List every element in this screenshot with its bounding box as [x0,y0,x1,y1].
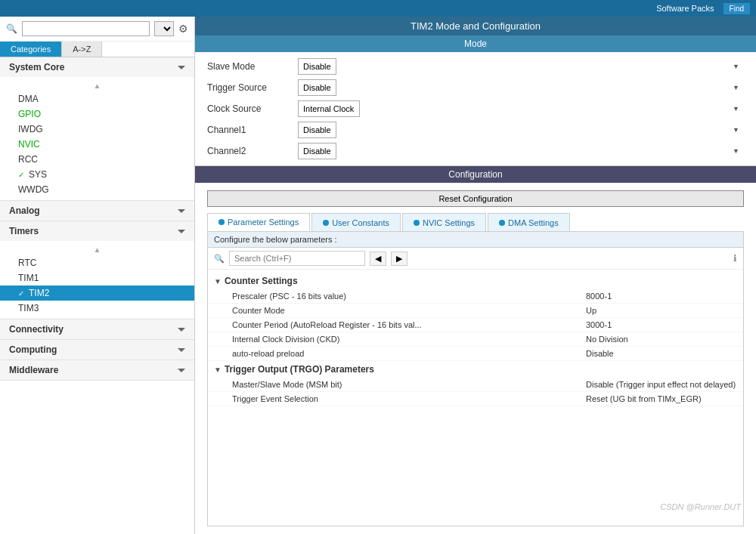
sidebar-item-iwdg[interactable]: IWDG [0,122,194,137]
content-area: TIM2 Mode and Configuration Mode Slave M… [195,17,756,534]
tab-nvic-settings[interactable]: NVIC Settings [402,213,486,231]
tab-dot-nvic [414,220,420,226]
param-row-prescaler: Prescaler (PSC - 16 bits value) 8000-1 [208,289,743,304]
sidebar-item-tim1[interactable]: TIM1 [0,270,194,286]
sidebar-item-gpio[interactable]: GPIO [0,106,194,122]
section-title-timers: Timers [9,226,39,236]
section-analog: Analog [0,201,194,221]
channel2-select-wrapper: Disable [298,143,744,159]
param-row-autoreload: auto-reload preload Disable [208,347,743,361]
param-group-trigger-output[interactable]: ▼ Trigger Output (TRGO) Parameters [208,361,743,378]
find-button[interactable]: Find [723,3,750,14]
clock-source-select-wrapper: Internal Clock [298,100,744,117]
tab-dot-user-constants [323,220,329,226]
tab-atoz[interactable]: A->Z [62,42,102,57]
tab-parameter-settings[interactable]: Parameter Settings [207,213,310,231]
param-group-title-counter: Counter Settings [225,276,298,286]
param-value-autoreload: Disable [586,349,737,358]
param-name-msm-bit: Master/Slave Mode (MSM bit) [232,380,586,389]
param-row-ckd: Internal Clock Division (CKD) No Divisio… [208,332,743,347]
section-title-system-core: System Core [9,62,64,73]
tab-label-user-constants: User Constants [332,218,389,227]
mode-row-trigger-source: Trigger Source Disable [207,79,744,96]
mode-row-channel1: Channel1 Disable [207,122,744,138]
param-value-prescaler: 8000-1 [586,292,737,301]
param-name-prescaler: Prescaler (PSC - 16 bits value) [232,292,586,301]
params-content: ▼ Counter Settings Prescaler (PSC - 16 b… [208,270,743,526]
sidebar-search-select[interactable] [154,21,174,36]
sidebar-item-sys[interactable]: SYS [0,167,194,182]
scroll-up-system-core: ▲ [0,80,194,91]
sidebar-item-rcc[interactable]: RCC [0,152,194,167]
mode-row-clock-source: Clock Source Internal Clock [207,100,744,117]
param-value-msm-bit: Disable (Trigger input effect not delaye… [586,380,737,389]
params-prev-button[interactable]: ◀ [370,252,386,266]
section-header-analog[interactable]: Analog [0,201,194,221]
param-name-counter-period: Counter Period (AutoReload Register - 16… [232,320,586,329]
section-timers: Timers ▲ RTC TIM1 TIM2 TIM3 [0,221,194,319]
software-packs-label: Software Packs [656,4,714,13]
channel1-select-wrapper: Disable [298,122,744,138]
clock-source-label: Clock Source [207,103,298,114]
params-search-icon: 🔍 [214,254,225,264]
sidebar-item-dma[interactable]: DMA [0,91,194,106]
section-connectivity: Connectivity [0,319,194,340]
param-value-trigger-event: Reset (UG bit from TIMx_EGR) [586,394,737,403]
sidebar-item-tim2[interactable]: TIM2 [0,286,194,301]
mode-row-slave-mode: Slave Mode Disable [207,58,744,75]
tab-dma-settings[interactable]: DMA Settings [488,213,570,231]
sidebar-item-tim3[interactable]: TIM3 [0,301,194,316]
top-bar: Software Packs Find [0,0,756,17]
tab-categories[interactable]: Categories [0,42,62,57]
section-header-computing[interactable]: Computing [0,340,194,360]
params-search-input[interactable] [229,251,365,266]
section-header-system-core[interactable]: System Core [0,57,194,77]
sidebar-item-rtc[interactable]: RTC [0,255,194,270]
channel1-select[interactable]: Disable [298,122,336,138]
sidebar-tabs: Categories A->Z [0,42,194,57]
section-arrow-middleware [178,369,185,372]
tab-label-dma-settings: DMA Settings [508,218,559,227]
section-arrow-system-core [178,66,185,69]
params-info-icon: ℹ [733,253,737,264]
param-row-counter-mode: Counter Mode Up [208,304,743,318]
sidebar-search-input[interactable] [22,21,150,36]
mode-header: Mode [195,35,756,52]
sidebar-item-nvic[interactable]: NVIC [0,137,194,152]
param-row-msm-bit: Master/Slave Mode (MSM bit) Disable (Tri… [208,378,743,392]
params-next-button[interactable]: ▶ [391,252,407,266]
section-title-connectivity: Connectivity [9,324,64,335]
scroll-up-timers: ▲ [0,244,194,255]
reset-configuration-button[interactable]: Reset Configuration [207,190,744,207]
section-computing: Computing [0,340,194,360]
section-header-middleware[interactable]: Middleware [0,360,194,380]
watermark: CSDN @Runner.DUT [660,502,741,511]
content-title: TIM2 Mode and Configuration [195,17,756,35]
slave-mode-label: Slave Mode [207,61,298,72]
param-name-autoreload: auto-reload preload [232,349,586,358]
params-area: Configure the below parameters : 🔍 ◀ ▶ ℹ… [207,231,744,526]
tab-user-constants[interactable]: User Constants [311,213,401,231]
section-title-middleware: Middleware [9,365,58,375]
section-header-connectivity[interactable]: Connectivity [0,319,194,339]
section-arrow-analog [178,209,185,213]
clock-source-select[interactable]: Internal Clock [298,100,360,117]
slave-mode-select[interactable]: Disable [298,58,336,75]
slave-mode-select-wrapper: Disable [298,58,744,75]
trigger-source-select[interactable]: Disable [298,79,336,96]
tab-dot-dma [499,220,505,226]
param-group-counter-settings[interactable]: ▼ Counter Settings [208,273,743,289]
section-content-system-core: ▲ DMA GPIO IWDG NVIC RCC SYS WWDG [0,77,194,200]
sidebar-item-wwdg[interactable]: WWDG [0,182,194,197]
channel2-select[interactable]: Disable [298,143,336,159]
param-name-counter-mode: Counter Mode [232,306,586,315]
mode-row-channel2: Channel2 Disable [207,143,744,159]
gear-icon[interactable]: ⚙ [178,23,188,35]
section-header-timers[interactable]: Timers [0,221,194,241]
param-row-counter-period: Counter Period (AutoReload Register - 16… [208,318,743,332]
config-tabs: Parameter Settings User Constants NVIC S… [207,213,744,231]
param-value-ckd: No Division [586,335,737,344]
section-arrow-timers [178,230,185,233]
trigger-source-label: Trigger Source [207,82,298,93]
section-title-computing: Computing [9,344,57,355]
